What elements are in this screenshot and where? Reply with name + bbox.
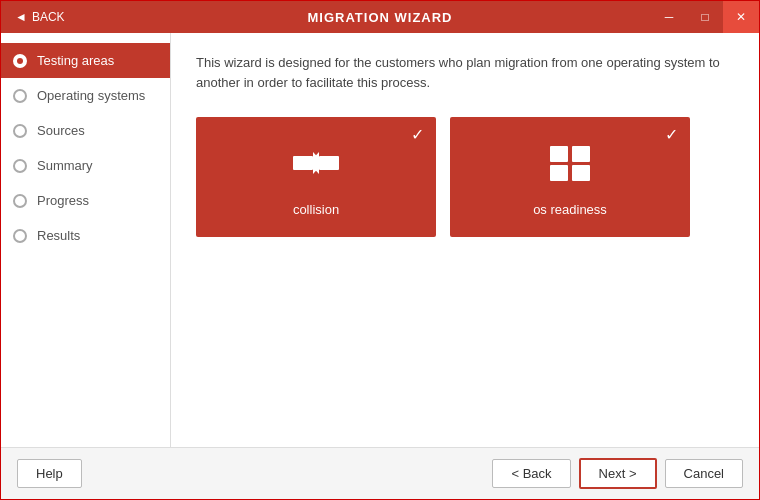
footer: Help < Back Next > Cancel	[1, 447, 759, 499]
back-nav-button[interactable]: < Back	[492, 459, 570, 488]
minimize-icon: ─	[665, 10, 674, 24]
cards-row: ✓	[196, 117, 734, 237]
sidebar-circle	[13, 54, 27, 68]
sidebar-item-sources[interactable]: Sources	[1, 113, 170, 148]
sidebar-item-operating-systems[interactable]: Operating systems	[1, 78, 170, 113]
sidebar-label-progress: Progress	[37, 193, 89, 208]
minimize-button[interactable]: ─	[651, 1, 687, 33]
collision-check-icon: ✓	[411, 125, 424, 144]
svg-rect-7	[572, 165, 590, 181]
cancel-button[interactable]: Cancel	[665, 459, 743, 488]
description-text: This wizard is designed for the customer…	[196, 53, 734, 92]
sidebar-item-summary[interactable]: Summary	[1, 148, 170, 183]
close-button[interactable]: ✕	[723, 1, 759, 33]
card-os-readiness[interactable]: ✓ os readiness	[450, 117, 690, 237]
cancel-label: Cancel	[684, 466, 724, 481]
window-title: MIGRATION WIZARD	[307, 10, 452, 25]
card-collision[interactable]: ✓	[196, 117, 436, 237]
collision-icon	[291, 138, 341, 194]
os-readiness-icon	[545, 138, 595, 194]
help-label: Help	[36, 466, 63, 481]
maximize-button[interactable]: □	[687, 1, 723, 33]
sidebar-circle	[13, 229, 27, 243]
back-arrow-icon: ◄	[15, 10, 27, 24]
sidebar-circle	[13, 194, 27, 208]
sidebar-label-results: Results	[37, 228, 80, 243]
sidebar-circle	[13, 159, 27, 173]
maximize-icon: □	[701, 10, 708, 24]
help-button[interactable]: Help	[17, 459, 82, 488]
next-button[interactable]: Next >	[579, 458, 657, 489]
card-os-readiness-label: os readiness	[533, 202, 607, 217]
sidebar-item-testing-areas[interactable]: Testing areas	[1, 43, 170, 78]
sidebar-label-summary: Summary	[37, 158, 93, 173]
title-bar: ◄ BACK MIGRATION WIZARD ─ □ ✕	[1, 1, 759, 33]
sidebar-item-results[interactable]: Results	[1, 218, 170, 253]
main-content: This wizard is designed for the customer…	[171, 33, 759, 447]
sidebar: Testing areas Operating systems Sources …	[1, 33, 171, 447]
footer-left: Help	[17, 459, 82, 488]
sidebar-label-testing-areas: Testing areas	[37, 53, 114, 68]
footer-right: < Back Next > Cancel	[492, 458, 743, 489]
sidebar-circle	[13, 124, 27, 138]
svg-rect-2	[319, 156, 339, 170]
close-icon: ✕	[736, 10, 746, 24]
window-controls: ─ □ ✕	[651, 1, 759, 33]
sidebar-label-sources: Sources	[37, 123, 85, 138]
sidebar-circle	[13, 89, 27, 103]
svg-rect-5	[572, 146, 590, 162]
svg-rect-4	[550, 146, 568, 162]
window: ◄ BACK MIGRATION WIZARD ─ □ ✕ Testing ar…	[0, 0, 760, 500]
sidebar-item-progress[interactable]: Progress	[1, 183, 170, 218]
back-nav-label: < Back	[511, 466, 551, 481]
back-button[interactable]: ◄ BACK	[1, 1, 79, 33]
back-label: BACK	[32, 10, 65, 24]
svg-rect-6	[550, 165, 568, 181]
sidebar-label-operating-systems: Operating systems	[37, 88, 145, 103]
content-area: Testing areas Operating systems Sources …	[1, 33, 759, 447]
next-label: Next >	[599, 466, 637, 481]
os-readiness-check-icon: ✓	[665, 125, 678, 144]
card-collision-label: collision	[293, 202, 339, 217]
